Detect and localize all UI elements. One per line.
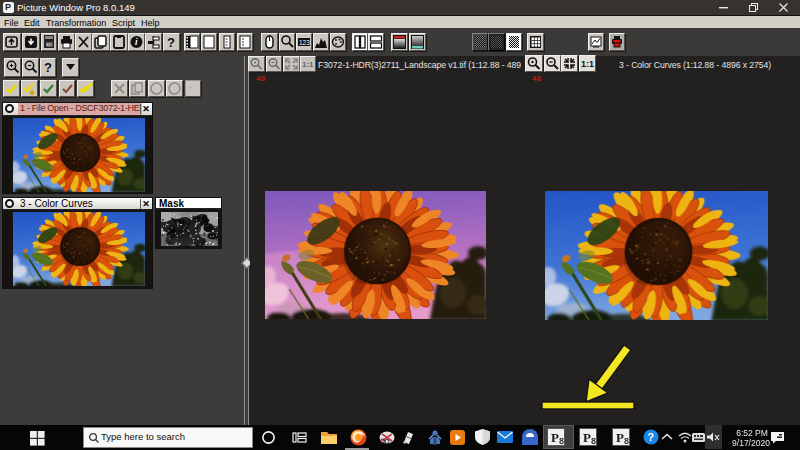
svg-text:?: ? — [648, 431, 655, 443]
svg-text:SD: SD — [46, 42, 52, 47]
svg-text:?: ? — [167, 35, 175, 50]
svg-text:1:1: 1:1 — [581, 59, 594, 69]
svg-text:1:1: 1:1 — [302, 60, 314, 69]
svg-text:?: ? — [44, 60, 52, 75]
svg-text:123: 123 — [299, 39, 310, 46]
svg-text:°᛫: °᛫ — [189, 86, 196, 93]
